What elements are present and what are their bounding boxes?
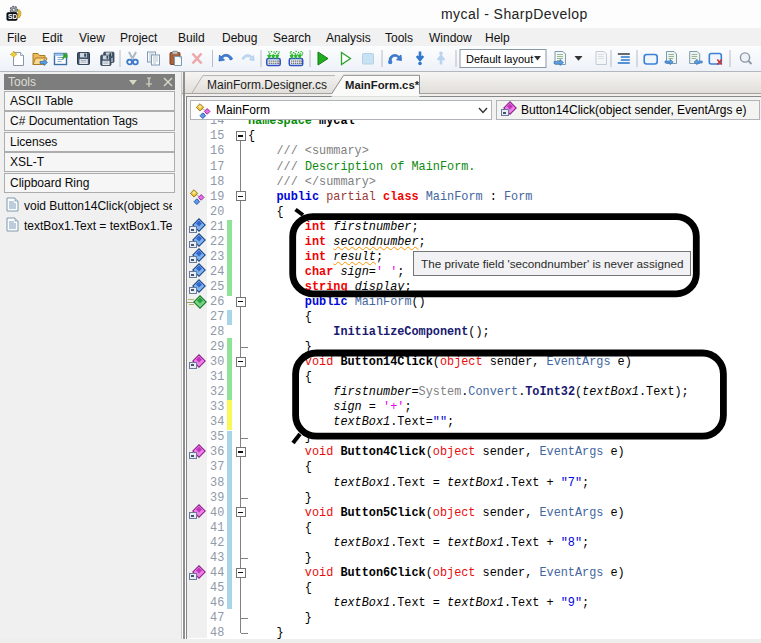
svg-text:SD: SD: [8, 13, 18, 20]
svg-text:Default layout: Default layout: [466, 53, 533, 65]
